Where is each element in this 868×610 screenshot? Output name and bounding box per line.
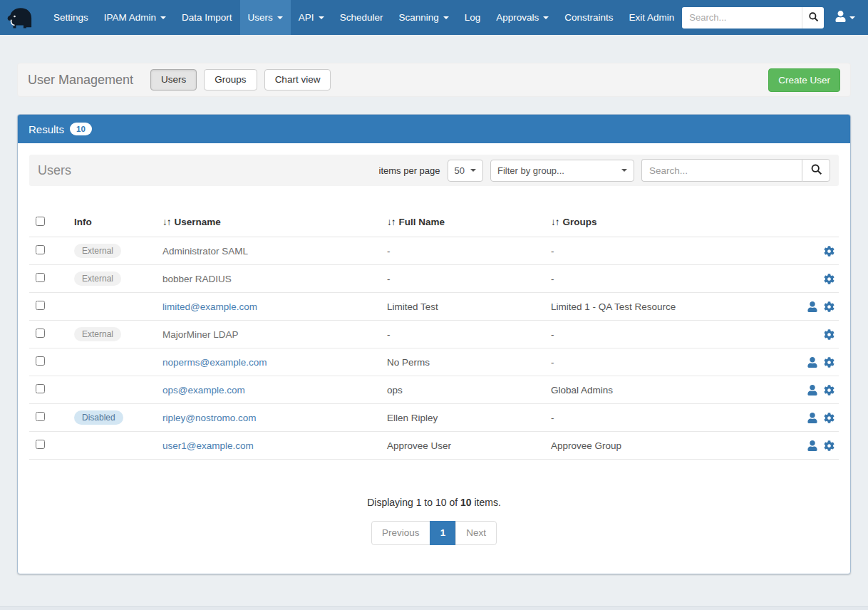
gear-icon[interactable]	[824, 301, 835, 312]
edit-user-icon[interactable]	[807, 440, 817, 451]
edit-user-icon[interactable]	[807, 413, 817, 423]
row-checkbox[interactable]	[36, 440, 45, 449]
table-search-button[interactable]	[802, 159, 830, 182]
select-all-checkbox[interactable]	[36, 217, 45, 226]
gear-icon[interactable]	[824, 440, 835, 451]
edit-user-icon[interactable]	[807, 357, 817, 368]
table-heading: Users	[38, 163, 71, 178]
table-row: ExternalMajorMiner LDAP--	[29, 321, 839, 348]
sort-icon: ↓↑	[162, 217, 171, 227]
results-panel-header: Results 10	[18, 115, 850, 143]
nav-item-scheduler[interactable]: Scheduler	[332, 0, 391, 35]
gear-icon[interactable]	[824, 329, 835, 340]
next-page-button[interactable]: Next	[455, 521, 497, 545]
table-row: ops@example.comopsGlobal Admins	[29, 376, 839, 404]
row-checkbox[interactable]	[36, 273, 45, 282]
row-checkbox[interactable]	[36, 412, 45, 421]
nav-item-log[interactable]: Log	[457, 0, 489, 35]
username-link[interactable]: ops@example.com	[162, 385, 245, 396]
nav-item-label: Users	[248, 12, 273, 23]
caret-down-icon	[319, 16, 324, 19]
column-header-username[interactable]: ↓↑Username	[162, 217, 387, 227]
table-toolbar: Users items per page 50 Filter by group.…	[29, 155, 839, 186]
app-logo[interactable]	[0, 0, 46, 35]
gear-icon[interactable]	[824, 274, 835, 284]
pagination: Previous 1 Next	[29, 521, 839, 545]
page-1-button[interactable]: 1	[430, 521, 457, 545]
gear-icon[interactable]	[824, 357, 835, 368]
username-text: Administrator SAML	[162, 246, 248, 257]
groups-cell: -	[551, 246, 805, 257]
gear-icon[interactable]	[824, 246, 835, 257]
table-row: noperms@example.comNo Perms-	[29, 348, 839, 376]
nav-item-settings[interactable]: Settings	[46, 0, 96, 35]
sort-icon: ↓↑	[387, 217, 396, 227]
row-checkbox[interactable]	[36, 329, 45, 338]
nav-menu: SettingsIPAM AdminData ImportUsersAPISch…	[46, 0, 682, 35]
row-checkbox[interactable]	[36, 356, 45, 366]
mammoth-logo-icon	[6, 4, 36, 32]
navbar-search-button[interactable]	[802, 7, 824, 29]
groups-cell: -	[551, 413, 805, 423]
create-user-button[interactable]: Create User	[768, 68, 840, 92]
pagination-summary: Displaying 1 to 10 of 10 items.	[29, 497, 839, 508]
group-filter-value: Filter by group...	[497, 165, 564, 176]
navbar-search-input[interactable]	[682, 7, 802, 29]
status-badge: Disabled	[74, 410, 123, 425]
groups-cell: Limited 1 - QA Test Resource	[551, 301, 805, 312]
tab-users[interactable]: Users	[150, 69, 197, 91]
nav-item-label: IPAM Admin	[104, 12, 156, 23]
results-count-badge: 10	[70, 123, 92, 136]
gear-icon[interactable]	[824, 385, 835, 396]
username-link[interactable]: ripley@nostromo.com	[162, 413, 257, 423]
username-text: bobber RADIUS	[162, 274, 232, 284]
column-header-full-name[interactable]: ↓↑Full Name	[387, 217, 551, 227]
gear-icon[interactable]	[824, 413, 835, 423]
row-checkbox[interactable]	[36, 301, 45, 310]
nav-item-approvals[interactable]: Approvals	[488, 0, 557, 35]
group-filter-select[interactable]: Filter by group...	[490, 160, 634, 182]
column-label: Info	[74, 217, 92, 227]
table-search-input[interactable]	[641, 159, 802, 182]
results-panel: Results 10 Users items per page 50 Filte…	[17, 114, 851, 574]
items-per-page-value: 50	[455, 165, 465, 176]
previous-page-button[interactable]: Previous	[371, 521, 430, 545]
nav-item-exit-admin[interactable]: Exit Admin	[621, 0, 683, 35]
row-checkbox[interactable]	[36, 245, 45, 254]
nav-item-label: Settings	[53, 12, 88, 23]
edit-user-icon[interactable]	[807, 385, 817, 396]
column-header-groups[interactable]: ↓↑Groups	[551, 217, 805, 227]
nav-item-label: Scanning	[398, 12, 438, 23]
user-icon	[835, 11, 846, 24]
nav-item-ipam-admin[interactable]: IPAM Admin	[96, 0, 174, 35]
full-name-cell: -	[387, 329, 551, 340]
edit-user-icon[interactable]	[807, 301, 817, 312]
nav-item-users[interactable]: Users	[240, 0, 291, 35]
nav-item-constraints[interactable]: Constraints	[557, 0, 621, 35]
username-link[interactable]: noperms@example.com	[162, 357, 267, 368]
status-badge: External	[74, 272, 121, 286]
username-link[interactable]: user1@example.com	[162, 440, 254, 451]
nav-item-scanning[interactable]: Scanning	[391, 0, 456, 35]
tab-groups[interactable]: Groups	[204, 69, 257, 91]
row-checkbox[interactable]	[36, 384, 45, 393]
table-row: Disabledripley@nostromo.comEllen Ripley-	[29, 404, 839, 432]
items-per-page-label: items per page	[379, 165, 440, 176]
nav-item-label: Scheduler	[340, 12, 383, 23]
username-link[interactable]: limited@example.com	[162, 301, 257, 312]
tab-chart-view[interactable]: Chart view	[264, 69, 331, 91]
caret-down-icon	[849, 16, 855, 19]
groups-cell: -	[551, 357, 805, 368]
nav-item-data-import[interactable]: Data Import	[174, 0, 240, 35]
items-per-page-select[interactable]: 50	[448, 160, 483, 182]
users-table: Info↓↑Username↓↑Full Name↓↑Groups Extern…	[29, 207, 839, 460]
nav-item-label: Log	[465, 12, 481, 23]
page-header-well: User Management UsersGroupsChart view Cr…	[17, 63, 851, 97]
caret-down-icon	[160, 16, 166, 19]
table-row: limited@example.comLimited TestLimited 1…	[29, 293, 839, 321]
table-search	[641, 159, 830, 182]
nav-item-api[interactable]: API	[291, 0, 332, 35]
page-footer	[0, 606, 868, 610]
nav-item-label: Approvals	[496, 12, 539, 23]
user-account-menu[interactable]	[830, 11, 861, 24]
